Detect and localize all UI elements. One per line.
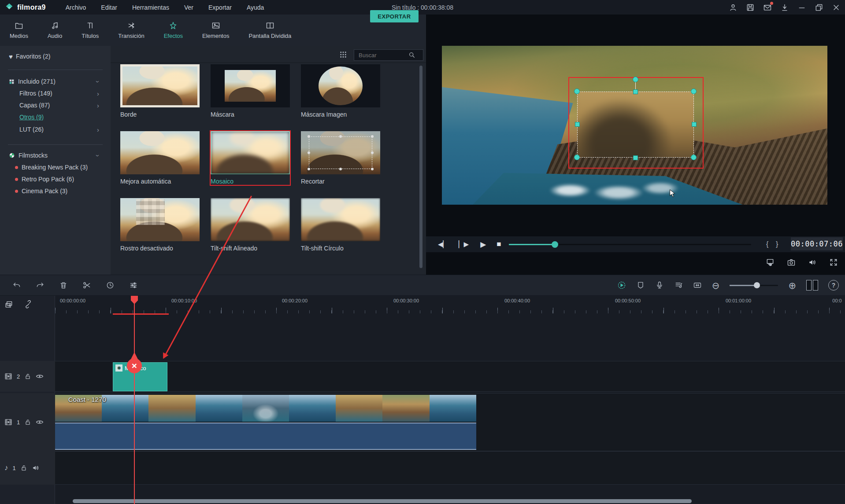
zoom-in-icon[interactable]: ⊕ — [788, 281, 796, 290]
sidebar-item-incluido[interactable]: Incluido (271) › — [0, 76, 111, 87]
unlock-icon[interactable] — [24, 419, 31, 426]
duration-clock-icon[interactable] — [106, 281, 115, 290]
audio-mixer-icon[interactable] — [674, 281, 683, 290]
effect-card-mascara-imagen[interactable]: Máscara Imagen — [301, 64, 380, 118]
sidebar-item-retro-pop-pack[interactable]: Retro Pop Pack (6) — [0, 173, 111, 185]
add-track-icon[interactable] — [4, 300, 13, 309]
effect-card-rostro-desactivado[interactable]: Rostro desactivado — [120, 198, 200, 252]
video-clip-coast[interactable]: Coast - 1270 — [55, 395, 476, 450]
rotation-handle[interactable] — [633, 77, 638, 82]
effect-card-mejora-automatica[interactable]: Mejora automática — [120, 131, 200, 185]
audio-track-1-lane[interactable] — [55, 451, 845, 485]
effect-card-recortar[interactable]: Recortar — [301, 131, 380, 185]
play-button[interactable]: ▶ — [480, 240, 486, 249]
menu-herramientas[interactable]: Herramientas — [132, 4, 169, 11]
tab-pantalla-dividida[interactable]: Pantalla Dividida — [239, 15, 301, 46]
sidebar-item-lut[interactable]: LUT (26) › — [0, 124, 111, 135]
effect-card-tilt-shift-circulo[interactable]: Tilt-shift Círculo — [301, 198, 380, 252]
tab-titulos[interactable]: Títulos — [72, 15, 108, 46]
tab-efectos[interactable]: Efectos — [154, 15, 193, 47]
effect-card-borde[interactable]: Borde — [120, 64, 200, 118]
sidebar-item-favoritos[interactable]: ♥ Favoritos (2) — [0, 51, 111, 62]
unlock-icon[interactable] — [20, 464, 27, 471]
zoom-out-icon[interactable]: ⊖ — [712, 281, 720, 290]
sidebar-item-cinema-pack[interactable]: Cinema Pack (3) — [0, 185, 111, 197]
effects-scrollbar[interactable] — [419, 66, 422, 268]
timeline-horizontal-scrollbar[interactable] — [73, 499, 692, 503]
split-scissors-icon[interactable] — [82, 281, 91, 290]
timeline-ruler[interactable]: 00:00:00:00 00:00:10:00 00:00:20:00 00:0… — [55, 296, 845, 313]
mark-in-icon[interactable]: { — [766, 240, 768, 248]
export-button[interactable]: EXPORTAR — [370, 10, 419, 22]
restore-icon[interactable] — [815, 3, 823, 12]
playhead-line[interactable] — [134, 296, 135, 504]
snapshot-camera-icon[interactable] — [787, 258, 796, 267]
effect-card-mosaico[interactable]: Mosaico — [211, 131, 290, 185]
minimize-icon[interactable] — [797, 3, 806, 12]
marker-shield-icon[interactable] — [636, 281, 645, 290]
menu-ayuda[interactable]: Ayuda — [247, 4, 264, 11]
menu-exportar[interactable]: Exportar — [208, 4, 232, 11]
delete-trash-icon[interactable] — [59, 281, 68, 290]
visibility-eye-icon[interactable] — [36, 418, 44, 426]
unlock-icon[interactable] — [24, 373, 31, 380]
redo-icon[interactable] — [36, 281, 44, 290]
mute-speaker-icon[interactable] — [32, 464, 40, 472]
stop-button[interactable]: ■ — [497, 240, 501, 249]
visibility-eye-icon[interactable] — [36, 372, 44, 380]
fit-timeline-zoom-icon[interactable] — [693, 281, 702, 290]
sidebar-item-otros[interactable]: Otros (9) — [0, 111, 111, 123]
volume-icon[interactable] — [808, 258, 817, 267]
handle-top-right[interactable] — [691, 88, 697, 94]
seek-knob[interactable] — [552, 241, 558, 248]
previous-frame-button[interactable]: ◀▏ — [438, 240, 448, 248]
help-icon[interactable]: ? — [828, 280, 839, 291]
adjust-sliders-icon[interactable] — [129, 281, 138, 290]
chevron-right-icon[interactable]: › — [97, 126, 99, 133]
seek-bar[interactable] — [509, 244, 751, 245]
handle-bottom-left[interactable] — [574, 155, 580, 160]
handle-mid-left[interactable] — [575, 122, 580, 127]
chevron-down-icon[interactable]: › — [94, 81, 102, 83]
save-icon[interactable] — [746, 3, 755, 12]
tab-transicion[interactable]: Transición — [108, 15, 154, 46]
undo-icon[interactable] — [12, 281, 21, 290]
chevron-down-icon[interactable]: › — [94, 155, 102, 157]
link-clips-icon[interactable] — [24, 300, 33, 309]
mark-out-icon[interactable]: } — [776, 240, 778, 248]
timeline-zoom-slider[interactable] — [730, 285, 778, 286]
sidebar-item-breaking-news-pack[interactable]: Breaking News Pack (3) — [0, 162, 111, 173]
messages-icon[interactable] — [763, 3, 772, 12]
tab-elementos[interactable]: Elementos — [193, 15, 239, 46]
search-icon[interactable] — [408, 52, 415, 59]
record-voiceover-mic-icon[interactable] — [655, 281, 664, 290]
handle-mid-right[interactable] — [692, 122, 697, 127]
handle-bottom-center[interactable] — [633, 155, 638, 160]
handle-top-center[interactable] — [633, 89, 638, 94]
grid-view-icon[interactable] — [339, 51, 347, 59]
track-panel-toggle-icon[interactable] — [806, 280, 818, 291]
preview-video[interactable] — [442, 46, 827, 205]
sidebar-item-filmstocks[interactable]: Filmstocks › — [0, 150, 111, 161]
chevron-right-icon[interactable]: › — [97, 90, 99, 97]
menu-ver[interactable]: Ver — [184, 4, 193, 11]
tab-audio[interactable]: Audio — [38, 15, 72, 46]
display-settings-icon[interactable] — [766, 258, 775, 267]
menu-archivo[interactable]: Archivo — [66, 4, 86, 11]
video-track-2-lane[interactable] — [55, 361, 845, 392]
effect-card-mascara[interactable]: Máscara — [211, 64, 290, 118]
chevron-right-icon[interactable]: › — [97, 102, 99, 109]
handle-bottom-right[interactable] — [691, 155, 697, 160]
menu-editar[interactable]: Editar — [101, 4, 117, 11]
effect-card-tilt-shift-alineado[interactable]: Tilt-shift Alineado — [211, 198, 290, 252]
download-icon[interactable] — [780, 3, 789, 12]
handle-top-left[interactable] — [574, 88, 580, 94]
sidebar-item-filtros[interactable]: Filtros (149) › — [0, 88, 111, 99]
tab-medios[interactable]: Medios — [0, 15, 38, 46]
render-preview-icon[interactable] — [617, 281, 626, 290]
close-icon[interactable] — [832, 3, 841, 12]
account-icon[interactable] — [729, 3, 738, 12]
fullscreen-icon[interactable] — [829, 258, 838, 267]
zoom-slider-knob[interactable] — [754, 282, 760, 288]
mosaic-selection-marquee[interactable] — [577, 92, 694, 158]
